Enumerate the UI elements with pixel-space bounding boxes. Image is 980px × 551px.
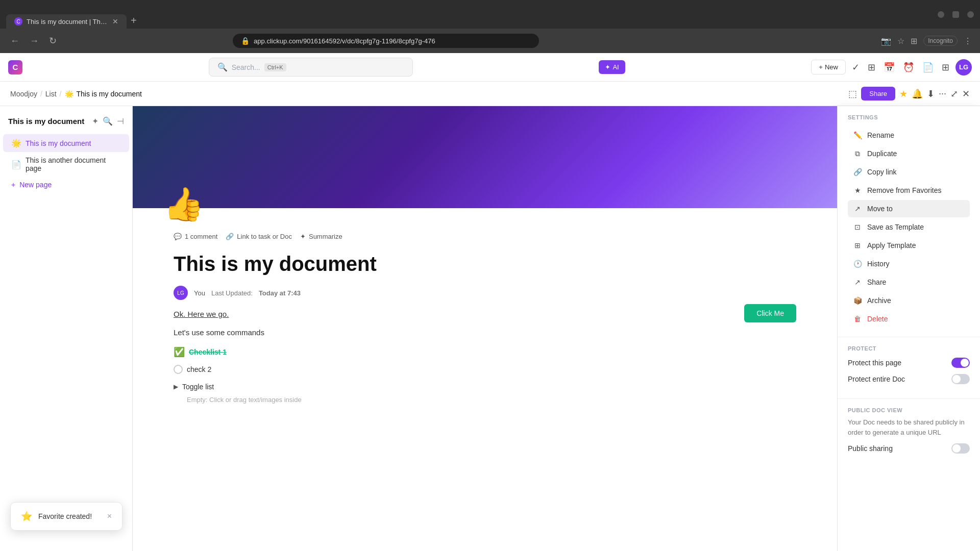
bell-icon[interactable]: 🔔 — [912, 88, 923, 99]
protect-doc-toggle[interactable] — [951, 374, 970, 384]
settings-share[interactable]: ↗ Share — [848, 273, 970, 291]
download-icon[interactable]: ⬇ — [927, 88, 935, 99]
settings-move-to[interactable]: ↗ Move to — [848, 200, 970, 217]
workspace-name[interactable]: Moodjoy — [10, 90, 37, 98]
win-maximize[interactable] — [952, 11, 959, 18]
public-doc-desc: Your Doc needs to be shared publicly in … — [848, 417, 970, 437]
rename-label: Rename — [867, 131, 894, 139]
list-name[interactable]: List — [45, 90, 57, 98]
logo-text: C — [13, 63, 18, 71]
comment-action[interactable]: 💬 1 comment — [174, 233, 217, 240]
bookmark-icon[interactable]: ☆ — [897, 36, 904, 46]
summarize-action[interactable]: ✦ Summarize — [300, 233, 342, 240]
check-circle-icon — [174, 365, 183, 374]
address-bar[interactable]: 🔒 app.clickup.com/9016164592/v/dc/8cpfg7… — [233, 34, 539, 48]
ai-button[interactable]: ✦ AI — [599, 60, 625, 74]
add-page-button[interactable]: + New page — [3, 177, 129, 193]
search-sidebar-icon[interactable]: 🔍 — [103, 116, 113, 126]
breadcrumb-sep2: / — [60, 90, 62, 98]
sparkle-icon[interactable]: ✦ — [92, 116, 99, 126]
checklist-item-1[interactable]: ✅ Checklist 1 — [174, 345, 796, 360]
main-layout: This is my document ✦ 🔍 ⊣ 🌟 This is my d… — [0, 106, 980, 551]
settings-section: SETTINGS ✏️ Rename ⧉ Duplicate 🔗 Copy li… — [838, 106, 980, 337]
checkmark-icon[interactable]: ✓ — [850, 60, 862, 75]
protect-doc-row: Protect entire Doc — [848, 374, 970, 384]
author-name: You — [194, 289, 205, 297]
win-minimize[interactable] — [938, 11, 944, 18]
doc-title: This is my document — [174, 253, 796, 276]
tab-close-icon[interactable]: ✕ — [112, 17, 118, 26]
apps-icon[interactable]: ⊞ — [940, 60, 951, 75]
expand-icon[interactable]: ⤢ — [950, 88, 958, 99]
timestamp: Today at 7:43 — [259, 289, 301, 297]
toast-close-button[interactable]: × — [107, 512, 112, 521]
move-to-icon: ↗ — [853, 204, 862, 213]
settings-rename[interactable]: ✏️ Rename — [848, 127, 970, 144]
ai-star-icon: ✦ — [605, 63, 610, 71]
share-button[interactable]: Share — [861, 87, 895, 101]
settings-save-template[interactable]: ⊡ Save as Template — [848, 218, 970, 236]
back-button[interactable]: ← — [8, 34, 21, 48]
doc-meta: LG You Last Updated: Today at 7:43 — [174, 286, 796, 300]
doc1-label: This is my document — [26, 139, 91, 147]
settings-copy-link[interactable]: 🔗 Copy link — [848, 163, 970, 181]
empty-placeholder: Empty: Click or drag text/images inside — [187, 395, 796, 406]
new-label: New — [825, 63, 838, 71]
win-close[interactable] — [967, 11, 974, 18]
star-icon[interactable]: ★ — [899, 88, 908, 99]
doc-icon[interactable]: 📄 — [920, 60, 936, 75]
last-updated-label: Last Updated: — [211, 289, 253, 297]
remove-fav-icon: ★ — [853, 186, 862, 195]
page-header: Moodjoy / List / 🌟 This is my document ⬚… — [0, 82, 980, 106]
more-icon[interactable]: ⋮ — [964, 36, 972, 46]
browser-tab[interactable]: C This is my document | This is m... ✕ — [6, 14, 127, 29]
extensions-icon[interactable]: ⊞ — [911, 36, 917, 46]
protect-page-toggle[interactable] — [951, 358, 970, 368]
more-options-icon[interactable]: ··· — [939, 88, 946, 99]
apply-template-label: Apply Template — [867, 241, 916, 249]
sidebar-item-doc1[interactable]: 🌟 This is my document — [3, 134, 129, 152]
breadcrumb-doc-title[interactable]: This is my document — [77, 90, 142, 98]
user-avatar[interactable]: LG — [955, 59, 972, 76]
app-logo[interactable]: C — [8, 60, 22, 74]
search-icon: 🔍 — [217, 62, 228, 72]
main-content: 👍 💬 1 comment 🔗 Link to task or Doc ✦ Su… — [133, 106, 837, 551]
sidebar-item-doc2[interactable]: 📄 This is another document page — [3, 152, 129, 177]
toggle-arrow-icon: ▶ — [174, 382, 178, 392]
refresh-button[interactable]: ↻ — [47, 33, 59, 48]
sidebar-header-icons: ✦ 🔍 ⊣ — [92, 116, 124, 126]
search-shortcut: Ctrl+K — [264, 63, 286, 71]
grid-icon[interactable]: ⊞ — [866, 60, 877, 75]
public-section: PUBLIC DOC VIEW Your Doc needs to be sha… — [838, 399, 980, 462]
clock-icon[interactable]: ⏰ — [901, 60, 916, 75]
settings-delete[interactable]: 🗑 Delete — [848, 310, 970, 328]
calendar-icon[interactable]: 📅 — [881, 60, 897, 75]
search-placeholder: Search... — [232, 63, 260, 71]
collapse-sidebar-icon[interactable]: ⊣ — [117, 116, 124, 126]
settings-archive[interactable]: 📦 Archive — [848, 292, 970, 309]
settings-remove-favorites[interactable]: ★ Remove from Favorites — [848, 182, 970, 199]
new-plus-icon: + — [819, 63, 823, 71]
tab-favicon: C — [14, 17, 22, 26]
click-me-button[interactable]: Click Me — [744, 304, 796, 322]
comment-count: 1 comment — [185, 233, 217, 240]
bookmark-page-icon[interactable]: ⬚ — [848, 88, 857, 99]
save-template-icon: ⊡ — [853, 222, 862, 232]
forward-button[interactable]: → — [28, 34, 41, 48]
new-button[interactable]: + New — [811, 60, 846, 74]
link-label: Link to task or Doc — [237, 233, 292, 240]
toggle-item[interactable]: ▶ Toggle list — [174, 381, 796, 392]
search-bar[interactable]: 🔍 Search... Ctrl+K — [209, 58, 413, 77]
settings-apply-template[interactable]: ⊞ Apply Template — [848, 237, 970, 254]
close-panel-icon[interactable]: ✕ — [962, 88, 970, 99]
sidebar: This is my document ✦ 🔍 ⊣ 🌟 This is my d… — [0, 106, 133, 551]
public-sharing-toggle[interactable] — [951, 443, 970, 454]
check2-label: check 2 — [187, 364, 211, 375]
link-action[interactable]: 🔗 Link to task or Doc — [226, 233, 292, 240]
new-tab-button[interactable]: + — [127, 13, 141, 29]
settings-history[interactable]: 🕐 History — [848, 255, 970, 272]
doc-banner: 👍 — [133, 106, 837, 208]
settings-duplicate[interactable]: ⧉ Duplicate — [848, 145, 970, 162]
checklist-item-2[interactable]: check 2 — [174, 364, 796, 375]
delete-label: Delete — [867, 315, 888, 323]
